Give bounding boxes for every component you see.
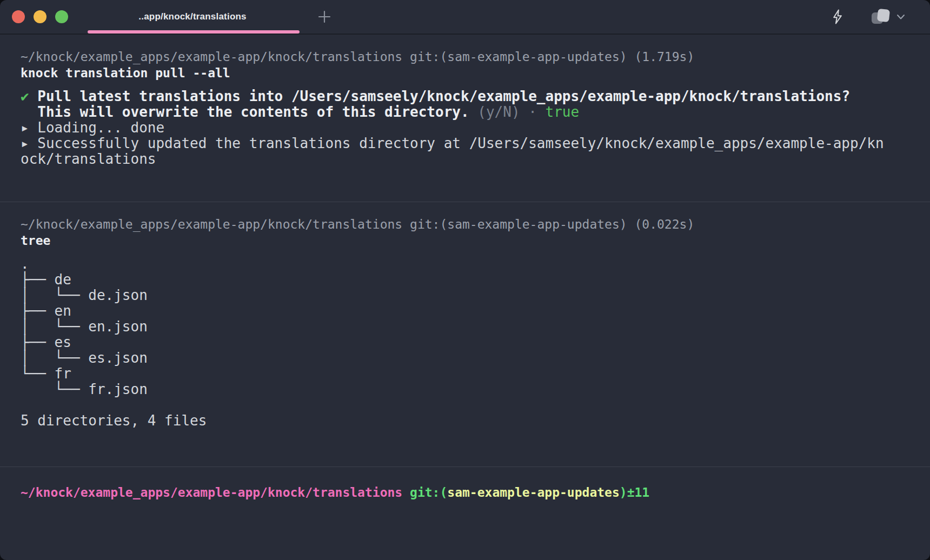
command-text: tree [21, 232, 922, 249]
prompt-line: ~/knock/example_apps/example-app/knock/t… [21, 49, 922, 65]
lightning-icon [831, 9, 845, 25]
tree-lines: .├── de│ └── de.json├── en│ └── en.json├… [21, 256, 922, 397]
git-changes-badge: ±11 [627, 485, 650, 499]
tabbar-spacer [336, 0, 827, 34]
profile-blocks-icon [869, 8, 892, 26]
profile-menu-button[interactable] [866, 8, 908, 26]
tree-line: │ └── de.json [21, 288, 922, 303]
zoom-button[interactable] [55, 10, 68, 23]
tree-line: ├── en [21, 303, 922, 319]
terminal-content: ~/knock/example_apps/example-app/knock/t… [0, 35, 930, 532]
confirm-warning: This will overwrite the contents of this… [21, 104, 469, 120]
prompt-text: ~/knock/example_apps/example-app/knock/t… [21, 50, 694, 64]
tree-line: . [21, 256, 922, 272]
command-output: ✔ Pull latest translations into /Users/s… [21, 89, 922, 167]
command-block-pull[interactable]: ~/knock/example_apps/example-app/knock/t… [0, 35, 930, 202]
tab-underline [88, 30, 300, 34]
command-text: knock translation pull --all [21, 65, 922, 81]
chevron-down-icon [896, 14, 905, 20]
minimize-button[interactable] [34, 10, 46, 23]
confirm-hint: (y/N) · [469, 104, 546, 120]
current-prompt[interactable]: ~/knock/example_apps/example-app/knock/t… [21, 484, 922, 501]
new-tab-button[interactable] [313, 0, 336, 34]
success-status-line: ▸ Successfully updated the translations … [21, 136, 922, 151]
terminal-window: ..app/knock/translations [0, 0, 930, 560]
tree-line: │ └── es.json [21, 350, 922, 366]
tab-title: ..app/knock/translations [138, 11, 246, 22]
tree-line: ├── de [21, 272, 922, 288]
git-label-close: ) [620, 485, 627, 499]
tree-line: │ └── en.json [21, 319, 922, 335]
output-line: This will overwrite the contents of this… [21, 104, 922, 120]
prompt-text: ~/knock/example_apps/example-app/knock/t… [21, 217, 694, 231]
git-branch: sam-example-app-updates [447, 485, 620, 499]
confirm-answer: true [546, 104, 580, 120]
check-icon: ✔ [21, 88, 29, 104]
prompt-path: ~/knock/example_apps/example-app/knock/t… [21, 485, 402, 499]
tabbar-right-controls [827, 0, 930, 34]
loading-status-line: ▸ Loading... done [21, 120, 922, 136]
git-label: git:( [402, 485, 447, 499]
tree-line: └── fr.json [21, 382, 922, 397]
command-block-tree[interactable]: ~/knock/example_apps/example-app/knock/t… [0, 202, 930, 466]
tree-line: └── fr [21, 366, 922, 382]
window-controls [0, 0, 82, 34]
plus-icon [317, 9, 332, 24]
current-prompt-block[interactable]: ~/knock/example_apps/example-app/knock/t… [0, 466, 930, 532]
tree-summary: 5 directories, 4 files [21, 413, 922, 429]
tab-bar: ..app/knock/translations [0, 0, 930, 35]
blank-line [21, 397, 922, 413]
close-button[interactable] [12, 10, 25, 23]
tree-line: ├── es [21, 335, 922, 350]
success-status-line-wrap: ock/translations [21, 151, 922, 167]
warp-ai-button[interactable] [827, 9, 848, 25]
output-line: ✔ Pull latest translations into /Users/s… [21, 89, 922, 104]
tab-active[interactable]: ..app/knock/translations [82, 0, 303, 34]
tree-output: .├── de│ └── de.json├── en│ └── en.json├… [21, 256, 922, 429]
confirm-question: Pull latest translations into /Users/sam… [29, 88, 850, 104]
prompt-line: ~/knock/example_apps/example-app/knock/t… [21, 216, 922, 232]
